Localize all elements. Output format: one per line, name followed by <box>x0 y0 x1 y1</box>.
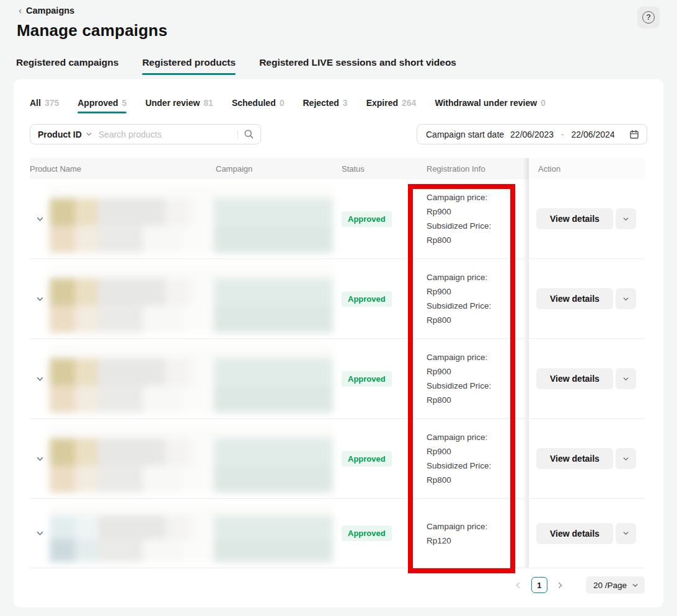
blurred-product-and-campaign <box>50 179 333 258</box>
blurred-product-and-campaign <box>50 499 333 568</box>
blurred-product-and-campaign <box>50 259 333 338</box>
registration-info: Campaign price: Rp900 Subsidized Price: … <box>409 339 529 418</box>
more-actions-button[interactable] <box>616 288 636 309</box>
registered-products-table: Product Name Campaign Status Registratio… <box>30 158 645 568</box>
status-badge: Approved <box>342 291 392 307</box>
more-actions-button[interactable] <box>616 368 636 389</box>
filter-tab-rejected[interactable]: Rejected 3 <box>303 98 348 113</box>
chevron-down-icon <box>622 530 629 537</box>
status-filter-tabs: All 375 Approved 5 Under review 81 Sched… <box>30 98 647 113</box>
count-badge: 81 <box>203 98 213 108</box>
chevron-down-icon <box>36 215 44 223</box>
registration-info: Campaign price: Rp120 <box>409 499 529 568</box>
view-details-button[interactable]: View details <box>536 208 613 229</box>
filter-tab-approved[interactable]: Approved 5 <box>77 98 126 113</box>
main-tabs: Registered campaigns Registered products… <box>0 40 677 75</box>
view-details-button[interactable]: View details <box>536 368 613 389</box>
column-header-product-name: Product Name <box>30 158 206 179</box>
date-separator: - <box>561 130 564 139</box>
page-size-dropdown[interactable]: 20 /Page <box>586 576 645 594</box>
tab-registered-campaigns[interactable]: Registered campaigns <box>16 57 118 75</box>
column-header-campaign: Campaign <box>206 158 333 179</box>
tab-registered-live-sessions[interactable]: Registered LIVE sessions and short video… <box>259 57 456 75</box>
chevron-down-icon <box>86 131 92 138</box>
search-type-label: Product ID <box>38 130 82 139</box>
page-size-label: 20 /Page <box>593 581 627 590</box>
table-toolbar: Product ID Campaign start date 22/06/202… <box>30 124 647 144</box>
status-badge: Approved <box>342 526 392 541</box>
expand-row-button[interactable] <box>30 339 50 418</box>
more-actions-button[interactable] <box>616 523 636 544</box>
count-badge: 5 <box>122 98 127 108</box>
date-end: 22/06/2024 <box>572 130 615 139</box>
expand-row-button[interactable] <box>30 419 50 498</box>
more-actions-button[interactable] <box>616 448 636 469</box>
view-details-button[interactable]: View details <box>536 288 613 309</box>
expand-row-button[interactable] <box>30 499 50 568</box>
breadcrumb-label: Campaigns <box>26 6 74 15</box>
table-header: Product Name Campaign Status Registratio… <box>30 158 645 179</box>
campaign-date-range-picker[interactable]: Campaign start date 22/06/2023 - 22/06/2… <box>417 124 647 144</box>
chevron-down-icon <box>622 296 629 302</box>
more-actions-button[interactable] <box>616 208 636 229</box>
view-details-button[interactable]: View details <box>536 523 613 544</box>
previous-page-button[interactable] <box>511 577 526 593</box>
date-range-label: Campaign start date <box>426 130 504 139</box>
table-row: Approved Campaign price: Rp900 Subsidize… <box>30 339 645 419</box>
chevron-down-icon <box>622 376 629 382</box>
expand-row-button[interactable] <box>30 179 50 258</box>
registration-info: Campaign price: Rp900 Subsidized Price: … <box>409 179 529 258</box>
chevron-down-icon <box>36 455 44 463</box>
table-row: Approved Campaign price: Rp900 Subsidize… <box>30 259 645 339</box>
column-header-registration-info: Registration Info <box>409 158 529 179</box>
breadcrumb[interactable]: ‹ Campaigns <box>19 6 74 15</box>
date-start: 22/06/2023 <box>510 130 554 139</box>
back-chevron-icon: ‹ <box>19 6 22 15</box>
count-badge: 3 <box>343 98 348 108</box>
page-header: ‹ Campaigns Manage campaigns ? <box>0 0 677 40</box>
filter-tab-withdrawal-under-review[interactable]: Withdrawal under review 0 <box>435 98 546 113</box>
calendar-icon <box>629 130 639 139</box>
chevron-down-icon <box>622 216 629 222</box>
filter-tab-scheduled[interactable]: Scheduled 0 <box>232 98 285 113</box>
chevron-down-icon <box>632 582 639 589</box>
count-badge: 375 <box>45 98 59 108</box>
page-number-button[interactable]: 1 <box>531 577 547 593</box>
filter-tab-all[interactable]: All 375 <box>30 98 59 113</box>
table-row: Approved Campaign price: Rp900 Subsidize… <box>30 179 645 259</box>
page-title: Manage campaigns <box>17 21 660 40</box>
chevron-left-icon <box>514 581 522 589</box>
column-header-status: Status <box>333 158 409 179</box>
registration-info: Campaign price: Rp900 Subsidized Price: … <box>409 259 529 338</box>
count-badge: 0 <box>280 98 285 108</box>
table-row: Approved Campaign price: Rp900 Subsidize… <box>30 419 645 499</box>
status-badge: Approved <box>342 211 392 227</box>
chevron-down-icon <box>622 455 629 462</box>
next-page-button[interactable] <box>553 577 568 593</box>
table-row: Approved Campaign price: Rp120 View deta… <box>30 499 645 568</box>
blurred-product-and-campaign <box>50 419 333 498</box>
pagination: 1 20 /Page <box>30 576 647 594</box>
search-input[interactable] <box>99 130 235 139</box>
count-badge: 0 <box>541 98 546 108</box>
content-card: All 375 Approved 5 Under review 81 Sched… <box>14 79 663 607</box>
search-type-dropdown[interactable]: Product ID <box>38 130 92 139</box>
view-details-button[interactable]: View details <box>536 448 613 469</box>
chevron-right-icon <box>556 581 564 589</box>
chevron-down-icon <box>36 295 44 303</box>
registration-info: Campaign price: Rp900 Subsidized Price: … <box>409 419 529 498</box>
status-badge: Approved <box>342 371 392 387</box>
question-mark-icon: ? <box>642 11 655 24</box>
count-badge: 264 <box>402 98 416 108</box>
manage-campaigns-page: ‹ Campaigns Manage campaigns ? Registere… <box>0 0 677 616</box>
status-badge: Approved <box>342 451 392 467</box>
column-header-action: Action <box>529 158 645 179</box>
product-search: Product ID <box>30 124 261 144</box>
search-icon[interactable] <box>244 129 254 139</box>
filter-tab-expired[interactable]: Expired 264 <box>366 98 417 113</box>
expand-row-button[interactable] <box>30 259 50 338</box>
chevron-down-icon <box>36 375 44 383</box>
tab-registered-products[interactable]: Registered products <box>142 57 236 75</box>
filter-tab-under-review[interactable]: Under review 81 <box>145 98 213 113</box>
help-button[interactable]: ? <box>637 6 660 29</box>
